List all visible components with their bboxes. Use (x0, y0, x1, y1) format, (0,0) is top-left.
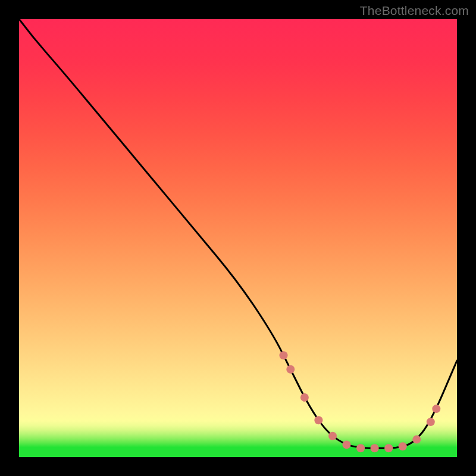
highlight-dot (356, 444, 365, 452)
chart-frame: TheBottleneck.com (0, 0, 476, 476)
highlight-dot (412, 436, 421, 444)
highlight-dot (384, 444, 393, 452)
highlight-dot (371, 444, 379, 452)
highlight-dot (300, 393, 309, 402)
watermark-text: TheBottleneck.com (360, 4, 469, 18)
highlight-dot (343, 440, 351, 449)
curve-svg (19, 19, 457, 457)
highlight-dot (399, 442, 407, 450)
highlight-dot (280, 351, 288, 359)
highlight-dot (432, 405, 440, 413)
plot-area (19, 19, 457, 457)
highlight-dot (286, 365, 295, 374)
highlight-dot (328, 432, 337, 440)
bottleneck-curve (19, 19, 457, 448)
highlight-dot (314, 416, 322, 424)
highlight-dot (427, 418, 435, 426)
